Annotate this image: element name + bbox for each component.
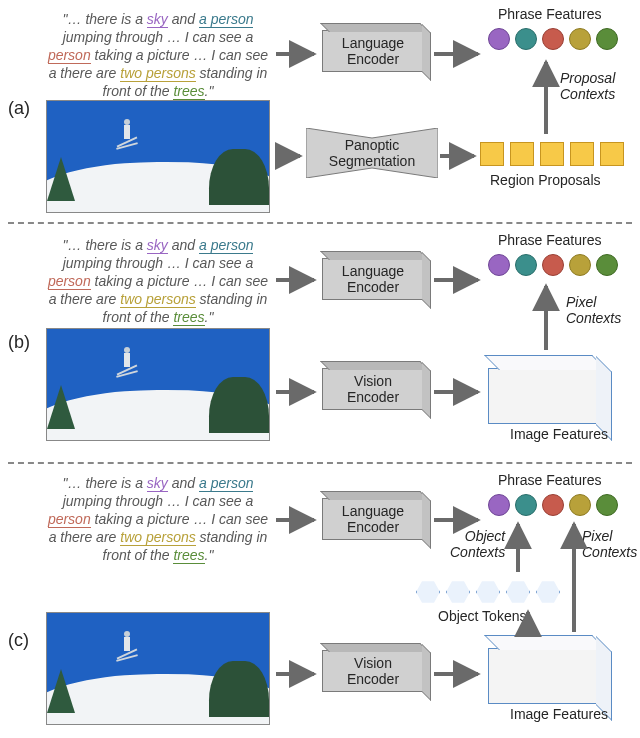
input-image (46, 612, 270, 725)
image-features-label: Image Features (510, 706, 608, 722)
divider (8, 222, 632, 224)
arrow (568, 520, 580, 640)
panel-b-letter: (b) (8, 332, 30, 353)
arrow (276, 46, 318, 64)
pixel-contexts-label: Pixel Contexts (582, 528, 637, 560)
arrow (522, 608, 534, 642)
arrow (276, 272, 318, 290)
arrow (434, 666, 482, 684)
region-proposal-squares (480, 142, 624, 166)
proposal-contexts-label: Proposal Contexts (560, 70, 615, 102)
input-image (46, 328, 270, 441)
phrase-feature-circles (488, 494, 618, 516)
panel-b: (b) "… there is a sky and a person jumpi… (0, 228, 640, 460)
arrow (276, 666, 318, 684)
panel-c-letter: (c) (8, 630, 29, 651)
caption-text: "… there is a sky and a person jumping t… (46, 236, 270, 326)
language-encoder-box: Language Encoder (322, 498, 424, 540)
arrow (434, 272, 482, 290)
arrow (276, 148, 304, 166)
panel-a-letter: (a) (8, 98, 30, 119)
arrow (276, 512, 318, 530)
phrase-features-label: Phrase Features (498, 472, 602, 488)
vision-encoder-box: Vision Encoder (322, 368, 424, 410)
divider (8, 462, 632, 464)
object-contexts-label: Object Contexts (450, 528, 505, 560)
caption-text: "… there is a sky and a person jumping t… (46, 474, 270, 564)
arrow (440, 148, 478, 166)
arrow (512, 520, 524, 580)
input-image (46, 100, 270, 213)
phrase-features-label: Phrase Features (498, 232, 602, 248)
language-encoder-box: Language Encoder (322, 30, 424, 72)
arrow (434, 46, 482, 64)
panel-a: (a) "… there is a sky and a person jumpi… (0, 0, 640, 218)
arrow (540, 58, 552, 142)
phrase-feature-circles (488, 254, 618, 276)
phrase-feature-circles (488, 28, 618, 50)
arrow (276, 384, 318, 402)
vision-encoder-box: Vision Encoder (322, 650, 424, 692)
object-tokens (416, 580, 560, 604)
language-encoder-box: Language Encoder (322, 258, 424, 300)
image-features-label: Image Features (510, 426, 608, 442)
pixel-contexts-label: Pixel Contexts (566, 294, 621, 326)
object-tokens-label: Object Tokens (438, 608, 526, 624)
caption-text: "… there is a sky and a person jumping t… (46, 10, 270, 100)
panel-c: (c) "… there is a sky and a person jumpi… (0, 468, 640, 734)
image-features-cuboid (488, 368, 598, 424)
image-features-cuboid (488, 648, 598, 704)
arrow (540, 282, 552, 358)
phrase-features-label: Phrase Features (498, 6, 602, 22)
panoptic-segmentation-box: Panoptic Segmentation (306, 128, 438, 178)
region-proposals-label: Region Proposals (490, 172, 601, 188)
arrow (434, 512, 482, 530)
arrow (434, 384, 482, 402)
